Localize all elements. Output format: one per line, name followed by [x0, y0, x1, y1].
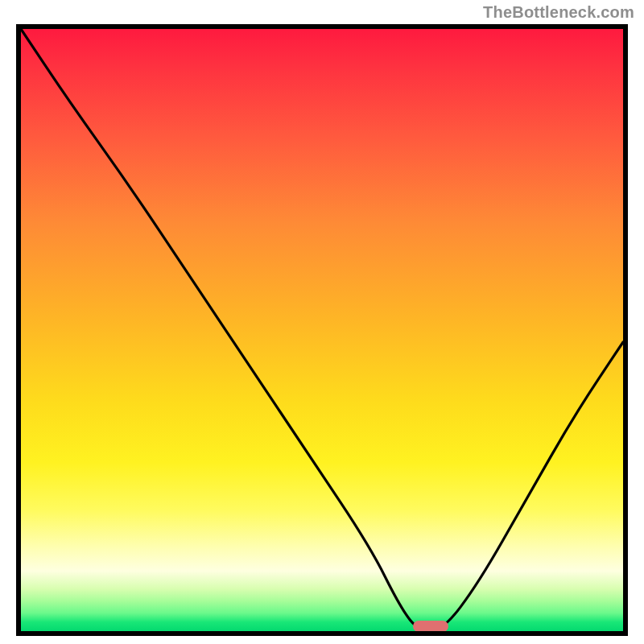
chart-curve-svg — [21, 29, 623, 631]
watermark-text: TheBottleneck.com — [483, 3, 634, 22]
optimum-marker — [413, 621, 448, 632]
chart-frame — [16, 24, 628, 636]
error-curve-path — [21, 29, 623, 631]
